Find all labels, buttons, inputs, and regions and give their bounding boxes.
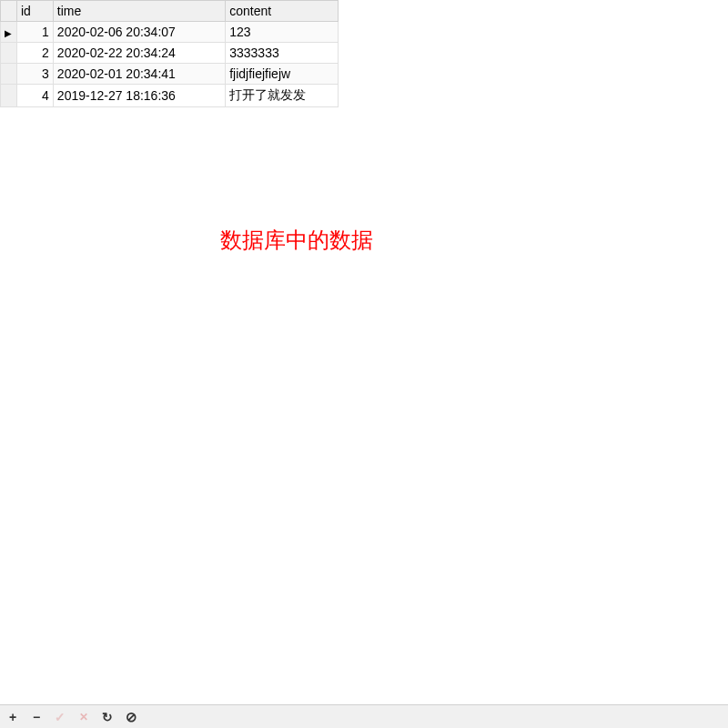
cell-content[interactable]: 123 <box>226 22 339 43</box>
header-row: id time content <box>1 1 339 22</box>
cell-content[interactable]: fjidjfiejfiejw <box>226 64 339 85</box>
cell-id[interactable]: 3 <box>16 64 53 85</box>
commit-button <box>53 710 67 724</box>
cell-time[interactable]: 2019-12-27 18:16:36 <box>53 85 225 107</box>
column-header-id[interactable]: id <box>16 1 53 22</box>
cell-content[interactable]: 3333333 <box>226 43 339 64</box>
table-row[interactable]: 2 2020-02-22 20:34:24 3333333 <box>1 43 339 64</box>
table-row[interactable]: 4 2019-12-27 18:16:36 打开了就发发 <box>1 85 339 107</box>
column-header-content[interactable]: content <box>226 1 339 22</box>
cell-id[interactable]: 1 <box>16 22 53 43</box>
add-record-button[interactable] <box>5 710 20 724</box>
cell-time[interactable]: 2020-02-06 20:34:07 <box>53 22 225 43</box>
cell-time[interactable]: 2020-02-22 20:34:24 <box>53 43 225 64</box>
row-indicator-header <box>1 1 17 22</box>
delete-record-button[interactable] <box>29 710 44 724</box>
column-header-time[interactable]: time <box>53 1 225 22</box>
grid-toolbar <box>0 704 728 728</box>
cell-content[interactable]: 打开了就发发 <box>226 85 339 107</box>
table-row[interactable]: 3 2020-02-01 20:34:41 fjidjfiejfiejw <box>1 64 339 85</box>
table-row[interactable]: ▶ 1 2020-02-06 20:34:07 123 <box>1 22 339 43</box>
cell-time[interactable]: 2020-02-01 20:34:41 <box>53 64 225 85</box>
row-indicator: ▶ <box>1 22 17 43</box>
cell-id[interactable]: 2 <box>16 43 53 64</box>
refresh-button[interactable] <box>100 710 115 724</box>
cell-id[interactable]: 4 <box>16 85 53 107</box>
data-grid[interactable]: id time content ▶ 1 2020-02-06 20:34:07 … <box>0 0 339 107</box>
cancel-button[interactable] <box>124 710 138 724</box>
row-indicator <box>1 85 17 107</box>
revert-button <box>76 710 91 724</box>
row-indicator <box>1 43 17 64</box>
annotation-label: 数据库中的数据 <box>220 226 373 255</box>
row-indicator <box>1 64 17 85</box>
